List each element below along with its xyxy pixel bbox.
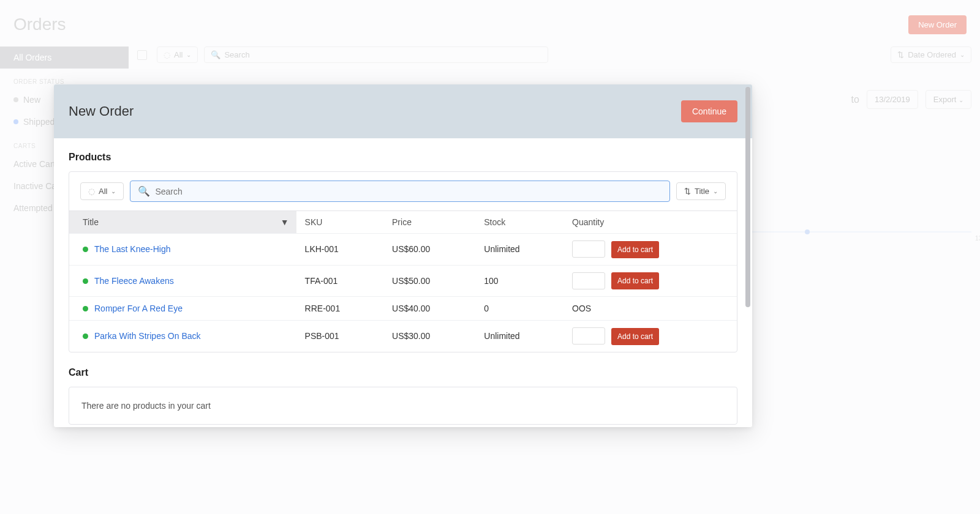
cell-price: US$50.00: [383, 265, 475, 297]
spinner-icon: ◌: [88, 187, 95, 196]
cell-sku: LKH-001: [296, 234, 383, 266]
chevron-down-icon: ⌄: [713, 188, 718, 195]
products-heading: Products: [69, 152, 737, 163]
col-title[interactable]: Title ▼: [69, 211, 296, 234]
cell-quantity: Add to cart: [564, 321, 737, 352]
product-link[interactable]: The Fleece Awakens: [94, 276, 174, 286]
products-panel: ◌ All ⌄ 🔍 ⇅ Title ⌄ Ti: [69, 171, 737, 352]
chevron-down-icon: ⌄: [111, 188, 116, 195]
cell-quantity: Add to cart: [564, 234, 737, 266]
sort-desc-icon: ▼: [281, 217, 289, 227]
cell-stock: Unlimited: [475, 321, 564, 352]
search-field[interactable]: [155, 187, 662, 196]
col-label: Title: [83, 217, 99, 227]
col-sku[interactable]: SKU: [296, 211, 383, 234]
table-row: The Fleece Awakens TFA-001 US$50.00 100 …: [69, 265, 737, 297]
cart-heading: Cart: [69, 367, 737, 378]
status-dot-icon: [83, 306, 88, 311]
search-icon: 🔍: [138, 185, 150, 197]
col-quantity[interactable]: Quantity: [564, 211, 737, 234]
add-to-cart-button[interactable]: Add to cart: [611, 328, 659, 345]
modal-title: New Order: [69, 103, 134, 119]
status-dot-icon: [83, 247, 88, 252]
product-search-input[interactable]: 🔍: [130, 181, 669, 202]
table-row: Romper For A Red Eye RRE-001 US$40.00 0 …: [69, 297, 737, 321]
cart-panel: There are no products in your cart: [69, 387, 737, 425]
cell-quantity: OOS: [564, 297, 737, 321]
sort-icon: ⇅: [684, 187, 691, 196]
status-dot-icon: [83, 333, 88, 339]
cell-stock: Unlimited: [475, 234, 564, 266]
cell-price: US$60.00: [383, 234, 475, 266]
table-row: The Last Knee-High LKH-001 US$60.00 Unli…: [69, 234, 737, 266]
cell-stock: 100: [475, 265, 564, 297]
add-to-cart-button[interactable]: Add to cart: [611, 241, 659, 258]
add-to-cart-button[interactable]: Add to cart: [611, 272, 659, 289]
pill-label: Title: [695, 187, 709, 196]
cell-sku: TFA-001: [296, 265, 383, 297]
filter-all-pill[interactable]: ◌ All ⌄: [80, 182, 124, 200]
cell-quantity: Add to cart: [564, 265, 737, 297]
quantity-input[interactable]: [572, 240, 605, 258]
quantity-input[interactable]: [572, 272, 605, 289]
sort-pill[interactable]: ⇅ Title ⌄: [676, 182, 726, 200]
col-stock[interactable]: Stock: [475, 211, 564, 234]
pill-label: All: [99, 187, 107, 196]
scrollbar[interactable]: [745, 87, 750, 307]
product-link[interactable]: The Last Knee-High: [94, 244, 171, 254]
col-price[interactable]: Price: [383, 211, 475, 234]
product-link[interactable]: Romper For A Red Eye: [94, 304, 183, 313]
cell-price: US$30.00: [383, 321, 475, 352]
quantity-input[interactable]: [572, 327, 605, 345]
product-link[interactable]: Parka With Stripes On Back: [94, 331, 201, 341]
status-dot-icon: [83, 278, 88, 284]
table-row: Parka With Stripes On Back PSB-001 US$30…: [69, 321, 737, 352]
cell-sku: PSB-001: [296, 321, 383, 352]
products-table: Title ▼ SKU Price Stock Quantity The Las…: [69, 210, 737, 352]
cell-price: US$40.00: [383, 297, 475, 321]
continue-button[interactable]: Continue: [681, 100, 737, 122]
cart-empty-message: There are no products in your cart: [69, 387, 737, 424]
oos-label: OOS: [572, 304, 591, 313]
cell-sku: RRE-001: [296, 297, 383, 321]
cell-stock: 0: [475, 297, 564, 321]
new-order-modal: New Order Continue Products ◌ All ⌄ 🔍 ⇅ …: [54, 84, 752, 427]
